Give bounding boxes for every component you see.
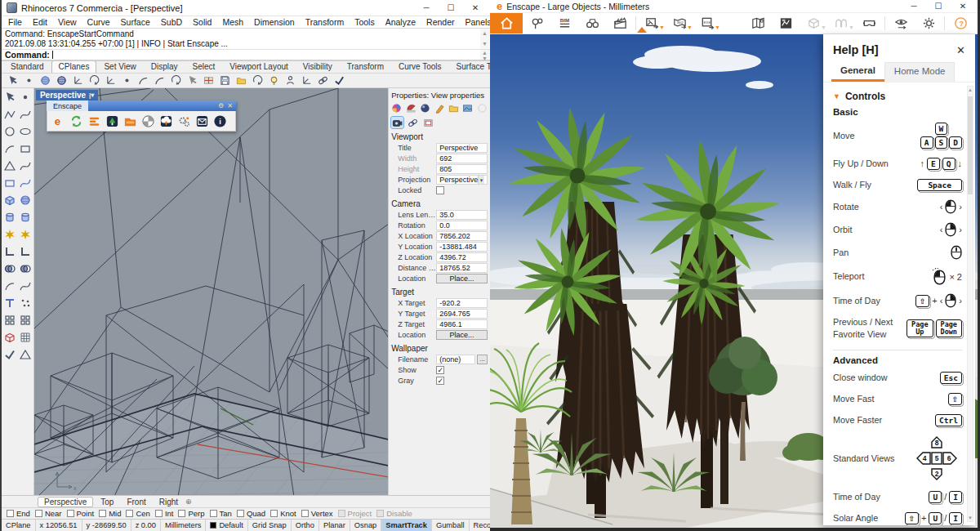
select-field[interactable]: Perspective▾: [436, 175, 488, 185]
status-grid-snap[interactable]: Grid Snap: [248, 520, 292, 531]
rectangle-icon[interactable]: [19, 141, 33, 155]
checkbox[interactable]: [7, 510, 14, 517]
block-define-icon[interactable]: [2, 330, 16, 344]
status-record-history[interactable]: Record History: [470, 520, 490, 531]
maximize-button[interactable]: ☐: [439, 1, 462, 16]
map-button[interactable]: [744, 13, 772, 33]
boolean-difference-icon[interactable]: [19, 261, 33, 275]
open-folder-icon[interactable]: [234, 74, 248, 87]
point-cloud-icon[interactable]: [19, 296, 33, 310]
camera-icon[interactable]: [391, 117, 403, 128]
menu-panels[interactable]: Panels: [466, 17, 492, 27]
minimize-button[interactable]: ─: [415, 1, 438, 16]
menu-curve[interactable]: Curve: [87, 17, 110, 27]
help-content[interactable]: ▼Controls Basic Move WASD Fly Up / Down …: [823, 83, 975, 525]
close-button[interactable]: ✕: [951, 0, 974, 14]
value-field[interactable]: 7856.202: [436, 231, 488, 241]
dolly-link-icon[interactable]: [407, 117, 419, 128]
checkbox[interactable]: [436, 186, 444, 194]
toolbar-tab-select[interactable]: Select: [185, 60, 223, 73]
toolbar-tab-visibility[interactable]: Visibility: [296, 60, 340, 73]
value-field[interactable]: 692: [436, 154, 488, 163]
osnap-cen[interactable]: Cen: [126, 509, 149, 518]
value-field[interactable]: -920.2: [436, 298, 488, 308]
rotate-view-icon[interactable]: [251, 74, 265, 87]
checkbox[interactable]: [155, 510, 163, 517]
explode-icon[interactable]: [2, 227, 16, 241]
osnap-knot[interactable]: Knot: [270, 509, 296, 518]
help-button[interactable]: ?: [947, 13, 974, 33]
menu-subd[interactable]: SubD: [161, 17, 182, 27]
viewport-tab-top[interactable]: Top: [95, 498, 119, 506]
status-x-12056-51[interactable]: x 12056.51: [36, 520, 82, 531]
status-y-28699-50[interactable]: y -28699.50: [82, 520, 131, 531]
status-osnap[interactable]: Osnap: [350, 520, 381, 531]
viewport-title-menu[interactable]: Perspective|▾: [36, 90, 98, 100]
controls-section-header[interactable]: ▼Controls: [833, 91, 962, 102]
toolbar-tab-viewport-layout[interactable]: Viewport Layout: [222, 60, 296, 73]
viewport-tab-perspective[interactable]: Perspective: [38, 497, 93, 507]
menu-view[interactable]: View: [58, 17, 77, 27]
enscape-logo-icon[interactable]: e: [51, 114, 67, 128]
home-button[interactable]: [490, 13, 523, 33]
polyline-icon[interactable]: [2, 107, 16, 121]
solid-cylinder-icon[interactable]: [2, 210, 16, 224]
toolbar-tab-standard[interactable]: Standard: [3, 60, 51, 73]
status-millimeters[interactable]: Millimeters: [161, 520, 206, 531]
settings-gear-button[interactable]: [915, 13, 942, 33]
toolbar-tab-transform[interactable]: Transform: [340, 60, 391, 73]
world-axes-icon[interactable]: [300, 74, 314, 87]
object-properties-icon[interactable]: [391, 102, 402, 114]
osnap-vertex[interactable]: Vertex: [301, 509, 333, 518]
osnap-point[interactable]: Point: [67, 509, 95, 518]
ellipse-icon[interactable]: [19, 124, 33, 138]
dropdown-caret-icon[interactable]: ▼: [715, 25, 720, 30]
toolbar-tab-cplanes[interactable]: CPlanes: [51, 60, 97, 73]
rectangle-frame-icon[interactable]: [422, 117, 434, 128]
checkbox[interactable]: [126, 510, 133, 517]
named-cplane-icon[interactable]: [283, 74, 297, 87]
cplane-previous-icon[interactable]: [136, 74, 150, 87]
menu-edit[interactable]: Edit: [33, 17, 47, 27]
place-button[interactable]: Place...: [436, 330, 488, 340]
checkbox[interactable]: [376, 510, 384, 517]
help-scrollbar[interactable]: ▲▼: [967, 86, 973, 522]
status-cplane[interactable]: CPlane: [2, 520, 36, 531]
about-info-icon[interactable]: i: [212, 114, 229, 128]
surface-loft-icon[interactable]: [19, 176, 33, 190]
menu-transform[interactable]: Transform: [305, 17, 344, 27]
settings-gears-icon[interactable]: [176, 114, 193, 128]
command-input[interactable]: Command: ▲▼: [2, 50, 490, 61]
text-object-icon[interactable]: [2, 296, 16, 310]
material-icon[interactable]: [406, 102, 416, 114]
cplane-move-icon[interactable]: [71, 74, 85, 87]
maximize-button[interactable]: ☐: [927, 0, 950, 14]
single-point-icon[interactable]: [19, 90, 33, 104]
viewport-tab-front[interactable]: Front: [121, 498, 151, 506]
value-field[interactable]: 35.0: [436, 210, 488, 220]
menu-render[interactable]: Render: [426, 17, 454, 27]
minimize-button[interactable]: ─: [902, 0, 925, 14]
chamfer-edge-icon[interactable]: [19, 244, 33, 258]
surface-plane-icon[interactable]: [2, 176, 16, 190]
cplane-rotate-icon[interactable]: [87, 74, 101, 87]
close-icon[interactable]: ✕: [227, 102, 233, 109]
value-field[interactable]: Perspective: [436, 143, 488, 153]
array-rectangular-icon[interactable]: [2, 313, 16, 327]
value-field[interactable]: -13881.484: [436, 242, 488, 252]
enscape-floating-titlebar[interactable]: Enscape ⚙✕: [47, 100, 236, 111]
menu-solid[interactable]: Solid: [193, 17, 212, 27]
checkbox[interactable]: [67, 510, 74, 517]
menu-file[interactable]: File: [8, 17, 22, 27]
array-linear-icon[interactable]: [19, 313, 33, 327]
osnap-near[interactable]: Near: [35, 509, 62, 518]
status-default[interactable]: Default: [206, 520, 247, 531]
minimap-button[interactable]: [772, 13, 800, 33]
value-field[interactable]: 18765.52: [436, 263, 488, 273]
menu-dimension[interactable]: Dimension: [254, 17, 295, 27]
mirror-objects-icon[interactable]: [19, 347, 33, 361]
osnap-tan[interactable]: Tan: [210, 509, 232, 518]
asset-library-icon[interactable]: [105, 114, 121, 128]
menu-surface[interactable]: Surface: [121, 17, 150, 27]
menu-mesh[interactable]: Mesh: [222, 17, 243, 27]
